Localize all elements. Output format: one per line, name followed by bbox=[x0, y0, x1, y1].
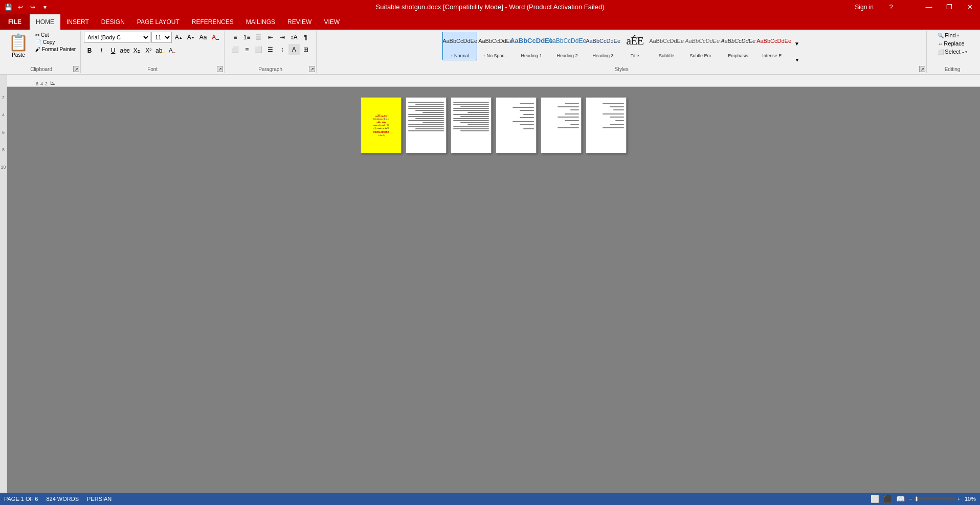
tab-design[interactable]: DESIGN bbox=[95, 14, 131, 30]
style-subtle-em[interactable]: AaBbCcDdEe Subtle Em... bbox=[685, 32, 720, 60]
tab-review[interactable]: REVIEW bbox=[281, 14, 318, 30]
borders-button[interactable]: ⊞ bbox=[300, 44, 311, 55]
multilevel-list-button[interactable]: ☰ bbox=[253, 32, 264, 43]
grow-font-button[interactable]: A▲ bbox=[173, 32, 184, 43]
restore-button[interactable]: ❐ bbox=[939, 0, 960, 14]
redo-icon[interactable]: ↪ bbox=[27, 1, 39, 13]
zoom-slider-thumb[interactable] bbox=[916, 496, 918, 501]
show-hide-button[interactable]: ¶ bbox=[300, 32, 311, 43]
tab-insert[interactable]: INSERT bbox=[60, 14, 95, 30]
italic-button[interactable]: I bbox=[96, 45, 107, 56]
superscript-button[interactable]: X² bbox=[143, 45, 154, 56]
font-expand[interactable]: ↗ bbox=[217, 66, 223, 72]
style-subtitle-preview: AaBbCcDdEe bbox=[651, 32, 682, 53]
styles-expand-btn[interactable]: ↗ bbox=[919, 66, 925, 72]
clipboard-group: 📋 Paste ✂ Cut 📄 Copy 🖌 Format Painter bbox=[2, 31, 81, 73]
sign-in-button[interactable]: Sign in bbox=[851, 0, 878, 14]
view-normal-icon[interactable]: ⬜ bbox=[871, 495, 879, 503]
help-button[interactable]: ? bbox=[884, 0, 898, 14]
customize-qa-icon[interactable]: ▾ bbox=[39, 1, 51, 13]
style-heading2[interactable]: AaBbCcDdEe Heading 2 bbox=[550, 32, 585, 60]
style-heading2-preview: AaBbCcDdEe bbox=[551, 32, 583, 53]
line-spacing-button[interactable]: ↕ bbox=[277, 44, 288, 55]
style-intense-e[interactable]: AaBbCcDdEe Intense E... bbox=[756, 32, 791, 60]
align-right-button[interactable]: ⬜ bbox=[253, 44, 264, 55]
shading-button[interactable]: A bbox=[288, 44, 300, 55]
page-3-line12 bbox=[467, 124, 489, 125]
style-normal[interactable]: AaBbCcDdEe ↑ Normal bbox=[442, 32, 477, 60]
undo-icon[interactable]: ↩ bbox=[14, 1, 27, 13]
clipboard-label: Clipboard bbox=[2, 66, 80, 72]
tab-mailings[interactable]: MAILINGS bbox=[240, 14, 281, 30]
zoom-slider[interactable] bbox=[915, 497, 955, 500]
close-button[interactable]: ✕ bbox=[960, 0, 980, 14]
change-case-button[interactable]: Aa bbox=[197, 32, 209, 43]
view-read-icon[interactable]: 📖 bbox=[896, 495, 905, 503]
tab-references[interactable]: REFERENCES bbox=[186, 14, 240, 30]
subscript-button[interactable]: X₂ bbox=[131, 45, 142, 56]
document-canvas[interactable]: تحقیق آنلاین fathighqvonline.c منابع دان… bbox=[7, 87, 980, 493]
view-web-icon[interactable]: ⬛ bbox=[883, 495, 892, 503]
style-title[interactable]: aÉE Title bbox=[621, 32, 648, 60]
text-highlight-button[interactable]: ab▁ bbox=[154, 45, 166, 56]
find-button[interactable]: 🔍 Find ▾ bbox=[936, 32, 960, 39]
shrink-font-button[interactable]: A▼ bbox=[185, 32, 196, 43]
select-dropdown-arrow[interactable]: ▾ bbox=[965, 50, 967, 54]
style-heading3[interactable]: AaBbCcDdEe Heading 3 bbox=[586, 32, 620, 60]
styles-expand[interactable]: ▾ bbox=[793, 53, 800, 64]
style-heading1[interactable]: AaBbCcDdEe Heading 1 bbox=[514, 32, 549, 60]
format-painter-button[interactable]: 🖌 Format Painter bbox=[34, 46, 77, 53]
tab-page-layout[interactable]: PAGE LAYOUT bbox=[131, 14, 186, 30]
bold-button[interactable]: B bbox=[84, 45, 95, 56]
style-subtitle[interactable]: AaBbCcDdEe Subtitle bbox=[649, 32, 684, 60]
tab-file[interactable]: FILE bbox=[0, 14, 30, 30]
cut-button[interactable]: ✂ Cut bbox=[34, 32, 77, 38]
styles-scroll-down[interactable]: ▼ bbox=[793, 36, 800, 52]
font-name-select[interactable]: Arial (Body C bbox=[84, 32, 150, 43]
page-1[interactable]: تحقیق آنلاین fathighqvonline.c منابع دان… bbox=[361, 97, 402, 153]
tab-view[interactable]: VIEW bbox=[318, 14, 346, 30]
increase-indent-button[interactable]: ⇥ bbox=[277, 32, 288, 43]
sort-button[interactable]: ↕A bbox=[288, 32, 300, 43]
numbering-button[interactable]: 1≡ bbox=[241, 32, 253, 43]
page-6[interactable] bbox=[586, 97, 627, 153]
underline-button[interactable]: U bbox=[107, 45, 119, 56]
ruler-tab-marker[interactable]: ⊾ bbox=[50, 78, 56, 86]
vruler-8: 8 bbox=[0, 147, 7, 152]
zoom-percent[interactable]: 10% bbox=[965, 496, 976, 502]
tab-home[interactable]: HOME bbox=[30, 14, 60, 30]
style-emphasis[interactable]: AaBbCcDdEe Emphasis bbox=[721, 32, 755, 60]
page-2-content bbox=[406, 98, 446, 135]
save-icon[interactable]: 💾 bbox=[2, 1, 14, 13]
page-3[interactable] bbox=[451, 97, 492, 153]
style-no-spacing[interactable]: AaBbCcDdEe ↑ No Spac... bbox=[478, 32, 513, 60]
paste-icon: 📋 bbox=[8, 33, 29, 52]
replace-button[interactable]: ↔ Replace bbox=[936, 40, 966, 47]
justify-button[interactable]: ☰ bbox=[265, 44, 276, 55]
zoom-in-button[interactable]: + bbox=[957, 496, 961, 502]
paste-button[interactable]: 📋 Paste bbox=[5, 32, 32, 59]
bullets-button[interactable]: ≡ bbox=[230, 32, 241, 43]
page-4[interactable] bbox=[496, 97, 537, 153]
font-size-select[interactable]: 11 bbox=[151, 32, 172, 43]
styles-scroll-up[interactable]: ▲ bbox=[793, 32, 800, 35]
minimize-button[interactable]: — bbox=[919, 0, 939, 14]
zoom-out-button[interactable]: − bbox=[909, 496, 912, 502]
page-2[interactable] bbox=[406, 97, 447, 153]
page-2-line9 bbox=[415, 118, 444, 119]
page-5[interactable] bbox=[541, 97, 582, 153]
strikethrough-button[interactable]: abc bbox=[119, 45, 130, 56]
find-dropdown-arrow[interactable]: ▾ bbox=[957, 33, 959, 38]
copy-button[interactable]: 📄 Copy bbox=[34, 39, 77, 45]
align-left-button[interactable]: ⬜ bbox=[230, 44, 241, 55]
page-4-line5 bbox=[520, 117, 534, 118]
select-button[interactable]: ⬜ Select - ▾ bbox=[936, 48, 968, 55]
clear-formatting-button[interactable]: A▁ bbox=[210, 32, 221, 43]
font-color-button[interactable]: A▁ bbox=[166, 45, 177, 56]
style-heading2-label: Heading 2 bbox=[557, 53, 578, 59]
clipboard-expand[interactable]: ↗ bbox=[73, 66, 79, 72]
decrease-indent-button[interactable]: ⇤ bbox=[265, 32, 276, 43]
paragraph-expand[interactable]: ↗ bbox=[309, 66, 315, 72]
page-3-line11 bbox=[460, 122, 489, 123]
align-center-button[interactable]: ≡ bbox=[241, 44, 253, 55]
